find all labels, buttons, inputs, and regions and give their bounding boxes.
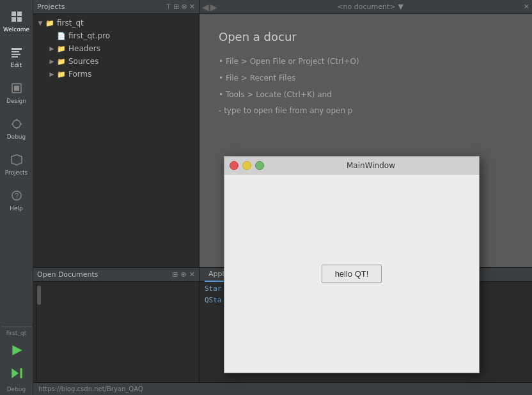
sidebar-edit-label: Edit (11, 62, 22, 68)
open-docs-icon1[interactable]: ⊞ (172, 270, 178, 279)
open-documents-content (33, 282, 199, 382)
svg-rect-9 (14, 86, 19, 91)
folder-icon-headers: 📁 (56, 43, 66, 54)
sidebar-item-debug[interactable]: Debug (1, 110, 32, 146)
folder-icon-forms: 📁 (56, 69, 66, 79)
svg-rect-7 (12, 56, 18, 58)
svg-text:?: ? (14, 192, 18, 199)
main-window-popup: MainWindow hello QT! (224, 156, 480, 373)
sidebar-bottom-project-label: first_qt (6, 330, 26, 336)
svg-rect-4 (12, 48, 22, 50)
status-left: https://blog.csdn.net/Bryan_QAQ (38, 385, 143, 392)
tree-arrow-sources: ▶ (47, 57, 56, 66)
tree-item-forms-label: Forms (68, 70, 91, 79)
open-docs-icon2[interactable]: ⊕ (181, 270, 187, 279)
project-panel: Projects ⊤ ⊞ ⊗ ✕ ▼ 📁 first_qt (33, 0, 199, 267)
sidebar-projects-label: Projects (5, 169, 27, 176)
svg-marker-18 (12, 368, 19, 378)
projects-icon (9, 152, 24, 167)
grid-icon (9, 9, 24, 24)
sidebar-design-label: Design (6, 98, 26, 104)
tree-item-pro[interactable]: ▶ 📄 first_qt.pro (33, 29, 199, 42)
project-tree: ▼ 📁 first_qt ▶ 📄 first_qt.pro ▶ 📁 H (33, 14, 199, 267)
close-panel-icon[interactable]: ✕ (189, 3, 195, 11)
tree-item-sources-label: Sources (68, 57, 98, 66)
tree-arrow-root: ▼ (36, 19, 45, 27)
popup-titlebar: MainWindow (224, 157, 479, 174)
tree-item-root[interactable]: ▼ 📁 first_qt (33, 17, 199, 29)
sidebar-help-label: Help (10, 205, 23, 212)
svg-rect-5 (12, 51, 19, 52)
nav-forward-icon[interactable]: ▶ (210, 2, 217, 12)
open-docs-close[interactable]: ✕ (189, 270, 195, 279)
sidebar-item-projects[interactable]: Projects (1, 146, 32, 182)
popup-content: hello QT! (224, 174, 479, 373)
open-documents-title: Open Documents (37, 270, 169, 279)
tree-item-headers-label: Headers (68, 44, 100, 53)
hint-line-1: • File > Open File or Project (Ctrl+O) (219, 55, 513, 69)
sidebar-item-help[interactable]: ? Help (1, 182, 32, 217)
folder-icon-sources: 📁 (56, 56, 66, 66)
sidebar-item-edit[interactable]: Edit (1, 38, 32, 74)
hint-line-2: • File > Recent Files (219, 72, 513, 86)
status-url: https://blog.csdn.net/Bryan_QAQ (38, 385, 143, 392)
sidebar-welcome-label: Welcome (3, 26, 29, 33)
panel-header-icons: ⊤ ⊞ ⊗ ✕ (166, 3, 195, 11)
tree-item-pro-label: first_qt.pro (68, 31, 110, 40)
tree-item-sources[interactable]: ▶ 📁 Sources (33, 55, 199, 68)
debug-icon (9, 116, 24, 132)
svg-rect-1 (17, 12, 22, 16)
close-editor-icon[interactable]: ✕ (524, 3, 529, 11)
nav-back-icon[interactable]: ◀ (202, 2, 209, 12)
project-panel-title: Projects (37, 3, 163, 11)
tree-item-headers[interactable]: ▶ 📁 Headers (33, 42, 199, 55)
tree-item-root-label: first_qt (57, 19, 84, 27)
sidebar-debug-label: Debug (7, 134, 26, 140)
left-sidebar: Welcome Edit Design (0, 0, 33, 395)
sync-icon[interactable]: ⊗ (182, 3, 187, 11)
run-button[interactable] (1, 339, 32, 362)
svg-rect-0 (12, 12, 16, 16)
hint-line-3: • Tools > Locate (Ctrl+K) and (219, 88, 513, 102)
no-document-label: <no document> (337, 3, 395, 11)
edit-icon (9, 45, 24, 60)
popup-minimize-button[interactable] (242, 161, 251, 170)
pro-file-icon: 📄 (56, 31, 66, 41)
open-documents-panel: Open Documents ⊞ ⊕ ✕ (33, 268, 199, 382)
toolbar-nav: ◀ ▶ (202, 2, 217, 12)
help-icon: ? (9, 188, 24, 203)
step-run-button[interactable] (1, 362, 32, 385)
tree-arrow-headers: ▶ (47, 44, 56, 53)
folder-icon-root: 📁 (45, 18, 55, 28)
popup-title: MainWindow (268, 161, 474, 170)
svg-rect-3 (17, 17, 22, 22)
sidebar-bottom-debug-label: Debug (7, 386, 26, 392)
design-icon (9, 81, 24, 96)
doc-dropdown-icon[interactable]: ▼ (398, 3, 403, 11)
hint-line-4: - type to open file from any open p (219, 104, 513, 118)
open-doc-title: Open a docur (219, 27, 513, 47)
popup-maximize-button[interactable] (255, 161, 264, 170)
svg-rect-6 (12, 54, 20, 55)
open-documents-header: Open Documents ⊞ ⊕ ✕ (33, 268, 199, 282)
svg-rect-2 (12, 17, 16, 22)
tree-arrow-forms: ▶ (47, 70, 56, 79)
link-icon[interactable]: ⊞ (173, 3, 179, 11)
sidebar-bottom: first_qt Debug (0, 327, 33, 395)
tree-item-forms[interactable]: ▶ 📁 Forms (33, 68, 199, 81)
status-bar: https://blog.csdn.net/Bryan_QAQ (33, 382, 532, 395)
svg-rect-19 (20, 368, 22, 378)
project-panel-header: Projects ⊤ ⊞ ⊗ ✕ (33, 0, 199, 14)
open-docs-scrollbar (36, 284, 41, 380)
sidebar-item-design[interactable]: Design (1, 74, 32, 110)
editor-toolbar: ◀ ▶ <no document> ▼ ✕ (199, 0, 532, 14)
hello-qt-button[interactable]: hello QT! (322, 265, 382, 283)
doc-selector: <no document> ▼ (220, 3, 521, 11)
svg-marker-17 (12, 345, 22, 355)
filter-icon[interactable]: ⊤ (166, 3, 172, 11)
sidebar-item-welcome[interactable]: Welcome (1, 3, 32, 38)
open-doc-hint: Open a docur • File > Open File or Proje… (199, 14, 532, 134)
popup-close-button[interactable] (230, 161, 239, 170)
svg-point-10 (13, 120, 20, 128)
